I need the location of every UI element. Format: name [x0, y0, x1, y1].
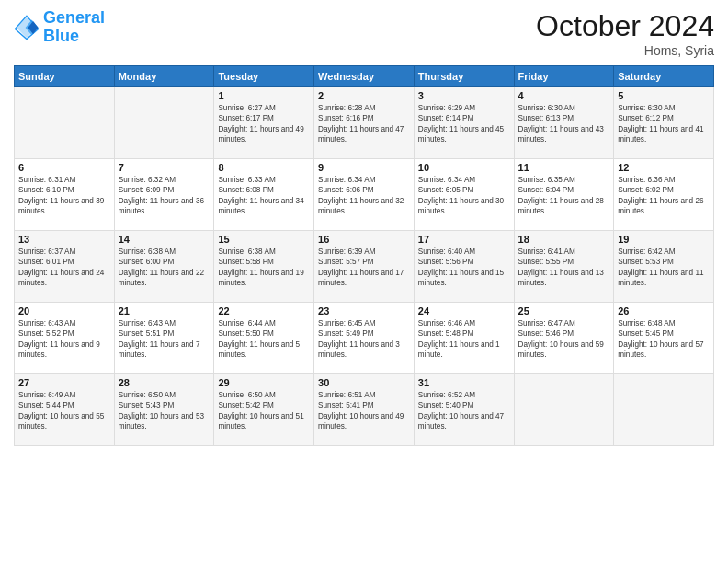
calendar-cell: 24Sunrise: 6:46 AMSunset: 5:48 PMDayligh…: [414, 303, 514, 374]
calendar-cell: 31Sunrise: 6:52 AMSunset: 5:40 PMDayligh…: [414, 374, 514, 446]
day-info: Sunrise: 6:44 AMSunset: 5:50 PMDaylight:…: [218, 318, 310, 361]
day-number: 3: [418, 90, 510, 101]
day-number: 11: [518, 162, 610, 173]
day-info: Sunrise: 6:30 AMSunset: 6:12 PMDaylight:…: [618, 103, 710, 145]
day-number: 30: [318, 377, 410, 388]
calendar-cell: 6Sunrise: 6:31 AMSunset: 6:10 PMDaylight…: [15, 159, 115, 231]
day-info: Sunrise: 6:31 AMSunset: 6:10 PMDaylight:…: [18, 175, 110, 217]
calendar-week-row: 13Sunrise: 6:37 AMSunset: 6:01 PMDayligh…: [15, 231, 714, 303]
day-info: Sunrise: 6:29 AMSunset: 6:14 PMDaylight:…: [418, 103, 510, 145]
weekday-header: Tuesday: [214, 66, 314, 87]
calendar-cell: 23Sunrise: 6:45 AMSunset: 5:49 PMDayligh…: [314, 303, 415, 374]
day-info: Sunrise: 6:30 AMSunset: 6:13 PMDaylight:…: [518, 103, 610, 145]
calendar-cell: 15Sunrise: 6:38 AMSunset: 5:58 PMDayligh…: [214, 231, 314, 303]
calendar-cell: 29Sunrise: 6:50 AMSunset: 5:42 PMDayligh…: [214, 374, 314, 446]
day-number: 12: [618, 162, 710, 173]
day-number: 29: [218, 377, 310, 388]
title-section: October 2024 Homs, Syria: [536, 9, 714, 58]
month-title: October 2024: [536, 9, 714, 43]
day-info: Sunrise: 6:48 AMSunset: 5:45 PMDaylight:…: [618, 318, 710, 361]
header: General Blue October 2024 Homs, Syria: [14, 9, 714, 58]
calendar-page: General Blue October 2024 Homs, Syria Su…: [0, 0, 728, 563]
day-number: 5: [618, 90, 710, 101]
day-number: 2: [318, 90, 410, 101]
day-info: Sunrise: 6:38 AMSunset: 6:00 PMDaylight:…: [119, 247, 210, 289]
calendar-table: SundayMondayTuesdayWednesdayThursdayFrid…: [14, 65, 714, 446]
calendar-cell: [114, 87, 214, 159]
day-info: Sunrise: 6:43 AMSunset: 5:52 PMDaylight:…: [18, 318, 110, 361]
day-number: 7: [119, 162, 210, 173]
logo-line2: Blue: [43, 27, 79, 45]
weekday-header: Saturday: [614, 66, 714, 87]
day-number: 19: [618, 234, 710, 245]
day-number: 26: [618, 305, 710, 316]
day-info: Sunrise: 6:50 AMSunset: 5:43 PMDaylight:…: [119, 390, 210, 432]
calendar-week-row: 6Sunrise: 6:31 AMSunset: 6:10 PMDaylight…: [15, 159, 714, 231]
calendar-cell: 20Sunrise: 6:43 AMSunset: 5:52 PMDayligh…: [15, 303, 115, 374]
logo-line1: General: [43, 8, 105, 27]
header-row: SundayMondayTuesdayWednesdayThursdayFrid…: [15, 66, 714, 87]
calendar-cell: 28Sunrise: 6:50 AMSunset: 5:43 PMDayligh…: [114, 374, 214, 446]
calendar-cell: 21Sunrise: 6:43 AMSunset: 5:51 PMDayligh…: [114, 303, 214, 374]
day-number: 27: [18, 377, 110, 388]
calendar-cell: 26Sunrise: 6:48 AMSunset: 5:45 PMDayligh…: [614, 303, 714, 374]
day-number: 21: [119, 305, 210, 316]
calendar-cell: 1Sunrise: 6:27 AMSunset: 6:17 PMDaylight…: [214, 87, 314, 159]
logo-icon: [14, 15, 40, 40]
location: Homs, Syria: [536, 43, 714, 58]
calendar-cell: 9Sunrise: 6:34 AMSunset: 6:06 PMDaylight…: [314, 159, 415, 231]
calendar-cell: 19Sunrise: 6:42 AMSunset: 5:53 PMDayligh…: [614, 231, 714, 303]
day-info: Sunrise: 6:41 AMSunset: 5:55 PMDaylight:…: [518, 247, 610, 289]
calendar-week-row: 27Sunrise: 6:49 AMSunset: 5:44 PMDayligh…: [15, 374, 714, 446]
day-info: Sunrise: 6:50 AMSunset: 5:42 PMDaylight:…: [218, 390, 310, 432]
calendar-cell: 11Sunrise: 6:35 AMSunset: 6:04 PMDayligh…: [514, 159, 614, 231]
calendar-cell: 3Sunrise: 6:29 AMSunset: 6:14 PMDaylight…: [414, 87, 514, 159]
weekday-header: Sunday: [15, 66, 115, 87]
calendar-cell: 30Sunrise: 6:51 AMSunset: 5:41 PMDayligh…: [314, 374, 415, 446]
day-number: 6: [18, 162, 110, 173]
logo-text: General Blue: [43, 9, 105, 46]
calendar-cell: 14Sunrise: 6:38 AMSunset: 6:00 PMDayligh…: [114, 231, 214, 303]
day-info: Sunrise: 6:42 AMSunset: 5:53 PMDaylight:…: [618, 247, 710, 289]
day-number: 25: [518, 305, 610, 316]
day-number: 20: [18, 305, 110, 316]
day-number: 8: [218, 162, 310, 173]
day-info: Sunrise: 6:34 AMSunset: 6:05 PMDaylight:…: [418, 175, 510, 217]
day-number: 22: [218, 305, 310, 316]
day-info: Sunrise: 6:52 AMSunset: 5:40 PMDaylight:…: [418, 390, 510, 432]
day-info: Sunrise: 6:39 AMSunset: 5:57 PMDaylight:…: [318, 247, 410, 289]
calendar-cell: 12Sunrise: 6:36 AMSunset: 6:02 PMDayligh…: [614, 159, 714, 231]
day-info: Sunrise: 6:49 AMSunset: 5:44 PMDaylight:…: [18, 390, 110, 432]
day-info: Sunrise: 6:40 AMSunset: 5:56 PMDaylight:…: [418, 247, 510, 289]
day-info: Sunrise: 6:51 AMSunset: 5:41 PMDaylight:…: [318, 390, 410, 432]
day-number: 14: [119, 234, 210, 245]
calendar-cell: 18Sunrise: 6:41 AMSunset: 5:55 PMDayligh…: [514, 231, 614, 303]
day-info: Sunrise: 6:36 AMSunset: 6:02 PMDaylight:…: [618, 175, 710, 217]
day-info: Sunrise: 6:35 AMSunset: 6:04 PMDaylight:…: [518, 175, 610, 217]
calendar-week-row: 1Sunrise: 6:27 AMSunset: 6:17 PMDaylight…: [15, 87, 714, 159]
calendar-cell: 27Sunrise: 6:49 AMSunset: 5:44 PMDayligh…: [15, 374, 115, 446]
day-info: Sunrise: 6:34 AMSunset: 6:06 PMDaylight:…: [318, 175, 410, 217]
calendar-cell: 17Sunrise: 6:40 AMSunset: 5:56 PMDayligh…: [414, 231, 514, 303]
calendar-cell: 13Sunrise: 6:37 AMSunset: 6:01 PMDayligh…: [15, 231, 115, 303]
day-number: 23: [318, 305, 410, 316]
day-info: Sunrise: 6:46 AMSunset: 5:48 PMDaylight:…: [418, 318, 510, 361]
calendar-cell: 5Sunrise: 6:30 AMSunset: 6:12 PMDaylight…: [614, 87, 714, 159]
calendar-week-row: 20Sunrise: 6:43 AMSunset: 5:52 PMDayligh…: [15, 303, 714, 374]
day-info: Sunrise: 6:45 AMSunset: 5:49 PMDaylight:…: [318, 318, 410, 361]
calendar-cell: 2Sunrise: 6:28 AMSunset: 6:16 PMDaylight…: [314, 87, 415, 159]
day-number: 16: [318, 234, 410, 245]
day-number: 9: [318, 162, 410, 173]
calendar-cell: 10Sunrise: 6:34 AMSunset: 6:05 PMDayligh…: [414, 159, 514, 231]
day-number: 24: [418, 305, 510, 316]
calendar-cell: [514, 374, 614, 446]
day-info: Sunrise: 6:47 AMSunset: 5:46 PMDaylight:…: [518, 318, 610, 361]
logo: General Blue: [14, 9, 105, 46]
calendar-cell: [614, 374, 714, 446]
calendar-cell: [15, 87, 115, 159]
calendar-cell: 7Sunrise: 6:32 AMSunset: 6:09 PMDaylight…: [114, 159, 214, 231]
calendar-cell: 25Sunrise: 6:47 AMSunset: 5:46 PMDayligh…: [514, 303, 614, 374]
day-info: Sunrise: 6:28 AMSunset: 6:16 PMDaylight:…: [318, 103, 410, 145]
day-info: Sunrise: 6:32 AMSunset: 6:09 PMDaylight:…: [119, 175, 210, 217]
day-number: 28: [119, 377, 210, 388]
